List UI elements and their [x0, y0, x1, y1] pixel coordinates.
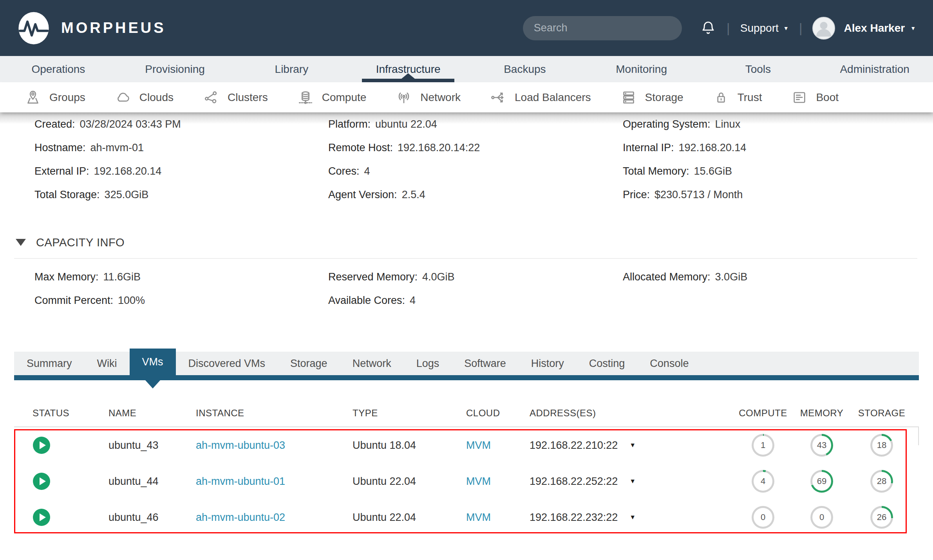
detail-row: Created:03/28/2024 03:43 PM Platform:ubu…	[34, 112, 933, 136]
nav-item-infrastructure[interactable]: Infrastructure	[350, 56, 466, 82]
nav-item-backups[interactable]: Backups	[466, 56, 583, 82]
nav-item-tools[interactable]: Tools	[700, 56, 817, 82]
subnav-item-groups[interactable]: Groups	[25, 90, 85, 105]
host-details: Created:03/28/2024 03:43 PM Platform:ubu…	[34, 112, 933, 206]
instance-link[interactable]: ah-mvm-ubuntu-03	[196, 439, 285, 451]
col-header-storage: STORAGE	[851, 408, 912, 419]
total-memory-field: Total Memory:15.6GiB	[623, 165, 933, 177]
tab-discovered-vms[interactable]: Discovered VMs	[176, 352, 278, 375]
nav-item-operations[interactable]: Operations	[0, 56, 117, 82]
capacity-row: Max Memory:11.6GiB Reserved Memory:4.0Gi…	[34, 265, 933, 289]
subnav-item-network[interactable]: Network	[396, 90, 461, 105]
user-menu[interactable]: Alex Harker ▼	[812, 17, 916, 40]
address-dropdown[interactable]: 192.168.22.232:22 ▼	[530, 511, 734, 524]
storage-gauge: 28	[870, 470, 893, 493]
chevron-down-icon: ▼	[783, 25, 789, 31]
chevron-down-icon: ▼	[629, 478, 636, 484]
available-cores-field: Available Cores:4	[328, 294, 623, 307]
subnav-item-compute[interactable]: Compute	[298, 90, 367, 105]
status-running-icon	[33, 473, 50, 490]
col-header-memory: MEMORY	[792, 408, 851, 419]
compute-gauge: 4	[752, 470, 774, 493]
vm-type: Ubuntu 22.04	[353, 511, 466, 524]
vm-name: ubuntu_43	[108, 439, 196, 452]
subnav-item-storage[interactable]: Storage	[621, 90, 683, 105]
detail-tabs: Summary Wiki VMs Discovered VMs Storage …	[14, 349, 919, 375]
user-name[interactable]: Alex Harker ▼	[844, 22, 916, 34]
vm-name: ubuntu_44	[108, 475, 196, 488]
vms-table: STATUS NAME INSTANCE TYPE CLOUD ADDRESS(…	[14, 400, 919, 535]
database-icon	[298, 90, 313, 105]
status-running-icon	[33, 509, 50, 526]
subnav-item-trust[interactable]: Trust	[713, 90, 762, 105]
tab-storage[interactable]: Storage	[278, 352, 340, 375]
person-icon	[813, 18, 834, 39]
tab-logs[interactable]: Logs	[404, 352, 452, 375]
col-header-name: NAME	[108, 408, 196, 419]
instance-link[interactable]: ah-mvm-ubuntu-01	[196, 475, 285, 487]
subnav-item-clouds[interactable]: Clouds	[115, 90, 174, 105]
tab-network[interactable]: Network	[340, 352, 404, 375]
brand-name[interactable]: MORPHEUS	[61, 20, 166, 36]
price-field: Price:$230.5713 / Month	[623, 189, 933, 201]
top-bar: MORPHEUS | Support ▼ | Alex Harker ▼	[0, 0, 933, 56]
tab-software[interactable]: Software	[452, 352, 519, 375]
avatar[interactable]	[812, 17, 835, 40]
detail-row: Total Storage:325.0GiB Agent Version:2.5…	[34, 183, 933, 206]
subnav-item-load-balancers[interactable]: Load Balancers	[490, 90, 591, 105]
nav-item-administration[interactable]: Administration	[816, 56, 933, 82]
nav-item-provisioning[interactable]: Provisioning	[117, 56, 233, 82]
external-ip-field: External IP:192.168.20.14	[34, 165, 328, 177]
boot-list-icon	[792, 90, 807, 105]
search-input[interactable]	[533, 22, 673, 34]
address-dropdown[interactable]: 192.168.22.252:22 ▼	[530, 475, 734, 488]
notifications-bell-icon[interactable]	[700, 20, 716, 36]
tab-console[interactable]: Console	[637, 352, 701, 375]
vm-type: Ubuntu 22.04	[353, 475, 466, 488]
infrastructure-sub-nav: Groups Clouds Clusters Compute Network	[0, 82, 933, 112]
col-header-type: TYPE	[353, 408, 466, 419]
tab-history[interactable]: History	[519, 352, 577, 375]
remote-host-field: Remote Host:192.168.20.14:22	[328, 142, 623, 154]
agent-version-field: Agent Version:2.5.4	[328, 189, 623, 201]
capacity-info-body: Max Memory:11.6GiB Reserved Memory:4.0Gi…	[34, 259, 933, 312]
status-running-icon	[33, 437, 50, 454]
tab-wiki[interactable]: Wiki	[85, 352, 130, 375]
table-header-row: STATUS NAME INSTANCE TYPE CLOUD ADDRESS(…	[14, 400, 919, 427]
total-storage-field: Total Storage:325.0GiB	[34, 189, 328, 201]
storage-gauge: 18	[870, 434, 893, 457]
table-row: ubuntu_43 ah-mvm-ubuntu-03 Ubuntu 18.04 …	[14, 427, 919, 463]
main-nav: Operations Provisioning Library Infrastr…	[0, 56, 933, 82]
nav-item-monitoring[interactable]: Monitoring	[583, 56, 700, 82]
cloud-link[interactable]: MVM	[466, 511, 491, 523]
memory-gauge: 43	[810, 434, 833, 457]
chevron-down-icon: ▼	[629, 442, 636, 448]
capacity-info-title: CAPACITY INFO	[36, 236, 125, 249]
map-pin-icon	[25, 90, 41, 105]
internal-ip-field: Internal IP:192.168.20.14	[623, 142, 933, 154]
capacity-info-header[interactable]: CAPACITY INFO	[16, 234, 933, 251]
memory-gauge: 0	[810, 506, 833, 529]
address-dropdown[interactable]: 192.168.22.210:22 ▼	[530, 439, 734, 452]
nav-item-library[interactable]: Library	[233, 56, 350, 82]
cloud-link[interactable]: MVM	[466, 475, 491, 487]
morpheus-logo-icon[interactable]	[17, 11, 50, 46]
divider: |	[727, 20, 730, 36]
instance-link[interactable]: ah-mvm-ubuntu-02	[196, 511, 285, 523]
chevron-down-icon: ▼	[910, 25, 916, 31]
max-memory-field: Max Memory:11.6GiB	[34, 271, 328, 283]
tab-summary[interactable]: Summary	[14, 352, 85, 375]
active-tab-underline-bar	[14, 375, 919, 380]
col-header-cloud: CLOUD	[466, 408, 530, 419]
subnav-item-clusters[interactable]: Clusters	[203, 90, 268, 105]
commit-percent-field: Commit Percent:100%	[34, 294, 328, 307]
search-bar[interactable]	[523, 16, 682, 40]
support-menu[interactable]: Support ▼	[740, 22, 789, 34]
memory-gauge: 69	[810, 470, 833, 493]
compute-gauge: 1	[752, 434, 774, 457]
subnav-item-boot[interactable]: Boot	[792, 90, 839, 105]
cloud-link[interactable]: MVM	[466, 439, 491, 451]
chevron-down-icon: ▼	[629, 514, 636, 520]
tab-vms[interactable]: VMs	[130, 349, 176, 375]
tab-costing[interactable]: Costing	[577, 352, 638, 375]
